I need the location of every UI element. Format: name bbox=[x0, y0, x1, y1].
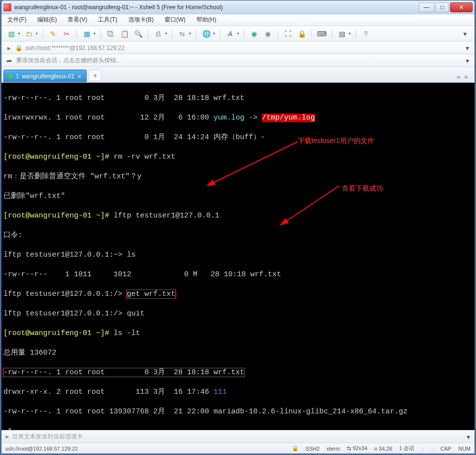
prompt: [root@wangruifeng-01 ~]# bbox=[3, 329, 114, 337]
dir-name: 111 bbox=[214, 388, 227, 396]
copy-icon[interactable]: ⿻ bbox=[105, 28, 117, 40]
tab-name: wangruifenglinux-01 bbox=[22, 73, 74, 80]
status-position: 34,26 bbox=[379, 446, 393, 452]
tab-close-icon[interactable]: × bbox=[77, 72, 81, 80]
tab-status-icon bbox=[9, 74, 13, 78]
status-bar: ssh://root@192.168.57.129:22 🔒 SSH2 xter… bbox=[1, 443, 475, 454]
fullscreen-icon[interactable]: ⛶ bbox=[282, 28, 294, 40]
address-overflow-icon[interactable]: ▾ bbox=[464, 42, 471, 54]
status-sessions: 1 会话 bbox=[399, 445, 414, 452]
color2-icon[interactable]: ◉ bbox=[262, 28, 274, 40]
status-down-icon: ↓ bbox=[431, 446, 434, 452]
annotation-text-1: 下载testuser1用户的文件 bbox=[298, 136, 374, 145]
status-up-icon: ↑ bbox=[421, 446, 424, 452]
session-tab[interactable]: 1 wangruifenglinux-01 × bbox=[3, 70, 87, 82]
menu-file[interactable]: 文件(F) bbox=[5, 15, 28, 25]
term-line: -rw-r--r-- 1 1011 1012 0 M 28 10:18 wrf.… bbox=[3, 270, 281, 279]
help-icon[interactable]: ? bbox=[360, 28, 372, 40]
annotation-text-2: 查看下载成功 bbox=[342, 183, 383, 193]
status-size-icon: ⇆ bbox=[347, 445, 353, 451]
minimize-button[interactable]: — bbox=[419, 2, 434, 12]
menu-tools[interactable]: 工具(T) bbox=[96, 15, 119, 25]
new-session-icon[interactable]: ▧ bbox=[5, 28, 17, 40]
send-bar: ➤ 仅将文本发送到当前选项卡 ▾ bbox=[1, 430, 475, 443]
status-protocol: SSH2 bbox=[306, 446, 320, 452]
titlebar-text: wangruifenglinux-01 - root@wangruifeng-0… bbox=[14, 4, 419, 11]
open-icon[interactable]: 🗀 bbox=[23, 28, 35, 40]
add-session-icon[interactable]: ➦ bbox=[5, 55, 13, 67]
paste-icon[interactable]: 📋 bbox=[119, 28, 130, 40]
status-caps: CAP bbox=[440, 446, 452, 452]
menu-tabs[interactable]: 选项卡(B) bbox=[126, 15, 156, 25]
lock-icon[interactable]: 🔒 bbox=[296, 28, 308, 40]
quickbar-overflow-icon[interactable]: ▾ bbox=[464, 55, 471, 67]
address-text[interactable]: ssh://root:********@192.168.57.129:22 bbox=[25, 45, 461, 51]
sendbar-overflow-icon[interactable]: ▾ bbox=[465, 431, 472, 443]
status-lock-icon: 🔒 bbox=[292, 445, 299, 452]
toolbar: ▧▾ 🗀▾ ✎ ✂ ▦▾ ⿻ 📋 🔍 ⎙▾ ⇆▾ 🌐▾ A▾ ◉ ◉ ⛶ 🔒 ⌨… bbox=[1, 26, 475, 42]
window-controls: — □ ✕ bbox=[419, 2, 473, 12]
tab-add-button[interactable]: + bbox=[89, 70, 101, 81]
menu-help[interactable]: 帮助(H) bbox=[194, 15, 218, 25]
close-button[interactable]: ✕ bbox=[450, 2, 473, 12]
menu-edit[interactable]: 编辑(E) bbox=[35, 15, 59, 25]
transfer-icon[interactable]: ⇆ bbox=[176, 28, 188, 40]
term-line: 已删除"wrf.txt" bbox=[3, 192, 65, 200]
status-size: 92x34 bbox=[353, 445, 367, 451]
quick-bar: ➦ 要添加当前会话，点击左侧的箭头按钮。 ▾ bbox=[1, 54, 475, 67]
tab-prev-icon[interactable]: ◄ bbox=[455, 73, 461, 80]
color-icon[interactable]: ◉ bbox=[248, 28, 260, 40]
term-line: 口令: bbox=[3, 231, 23, 239]
term-line: lftp testuser1@127.0.0.1:/> quit bbox=[3, 310, 144, 318]
highlighted-command: get wrf.txt bbox=[127, 290, 175, 298]
keyboard-icon[interactable]: ⌨ bbox=[316, 28, 328, 40]
menu-bar: 文件(F) 编辑(E) 查看(V) 工具(T) 选项卡(B) 窗口(W) 帮助(… bbox=[1, 14, 475, 26]
ssh-lock-icon: 🔒 bbox=[15, 45, 23, 51]
globe-icon[interactable]: 🌐 bbox=[200, 28, 212, 40]
find-icon[interactable]: 🔍 bbox=[132, 28, 144, 40]
tab-nav: ◄ ► bbox=[455, 73, 473, 82]
address-bar: ▸ 🔒 ssh://root:********@192.168.57.129:2… bbox=[1, 42, 475, 54]
address-icon[interactable]: ▸ bbox=[5, 42, 12, 54]
terminal[interactable]: -rw-r--r--. 1 root root 0 3月 28 18:18 wr… bbox=[1, 83, 475, 430]
term-line: rm：是否删除普通空文件 "wrf.txt"？y bbox=[3, 172, 142, 181]
term-line: -rw-r--r--. 1 root root 139307768 2月 21 … bbox=[3, 407, 407, 416]
xshell-window: wangruifenglinux-01 - root@wangruifeng-0… bbox=[1, 0, 475, 454]
term-line: lftp testuser1@127.0.0.1:~> ls bbox=[3, 251, 136, 259]
properties-icon[interactable]: ▦ bbox=[81, 28, 93, 40]
tab-next-icon[interactable]: ► bbox=[464, 73, 470, 80]
symlink-target: /tmp/yum.log bbox=[262, 114, 315, 122]
status-terminal: xterm bbox=[327, 446, 340, 452]
send-bar-hint[interactable]: 仅将文本发送到当前选项卡 bbox=[12, 432, 83, 441]
menu-view[interactable]: 查看(V) bbox=[66, 15, 89, 25]
prompt: [root@wangruifeng-01 ~]# bbox=[3, 153, 114, 161]
layout-icon[interactable]: ▤ bbox=[336, 28, 348, 40]
term-line: .1 bbox=[3, 427, 12, 430]
status-num: NUM bbox=[458, 446, 471, 452]
term-line: 总用量 136072 bbox=[3, 349, 56, 357]
term-line: -rw-r--r--. 1 root root 0 1月 24 14:24 内存… bbox=[3, 133, 265, 142]
term-text: -> bbox=[244, 114, 262, 122]
term-line: drwxr-xr-x. 2 root root 113 3月 16 17:46 bbox=[3, 388, 214, 396]
command: ls -lt bbox=[114, 329, 140, 337]
tab-bar: 1 wangruifenglinux-01 × + ◄ ► bbox=[1, 67, 475, 83]
command: rm -rv wrf.txt bbox=[114, 153, 175, 161]
term-line: lrwxrwxrwx. 1 root root 12 2月 6 16:00 bbox=[3, 114, 214, 122]
disconnect-icon[interactable]: ✂ bbox=[61, 28, 72, 40]
highlighted-line: -rw-r--r--. 1 root root 0 3月 28 18:18 wr… bbox=[3, 368, 244, 377]
send-icon[interactable]: ➤ bbox=[4, 433, 9, 440]
app-icon bbox=[3, 3, 11, 11]
menu-window[interactable]: 窗口(W) bbox=[163, 15, 188, 25]
reconnect-icon[interactable]: ✎ bbox=[47, 28, 59, 40]
maximize-button[interactable]: □ bbox=[435, 2, 449, 12]
toolbar-overflow-icon[interactable]: ▾ bbox=[459, 28, 471, 40]
titlebar[interactable]: wangruifenglinux-01 - root@wangruifeng-0… bbox=[1, 0, 475, 14]
print-icon[interactable]: ⎙ bbox=[152, 28, 164, 40]
font-icon[interactable]: A bbox=[224, 28, 236, 40]
quick-bar-hint: 要添加当前会话，点击左侧的箭头按钮。 bbox=[16, 56, 122, 65]
term-line: -rw-r--r--. 1 root root 0 3月 28 18:18 wr… bbox=[3, 94, 244, 102]
status-connection: ssh://root@192.168.57.129:22 bbox=[5, 446, 78, 452]
tab-index: 1 bbox=[16, 73, 19, 80]
term-line: lftp testuser1@127.0.0.1:/> bbox=[3, 290, 127, 298]
prompt: [root@wangruifeng-01 ~]# bbox=[3, 212, 114, 220]
